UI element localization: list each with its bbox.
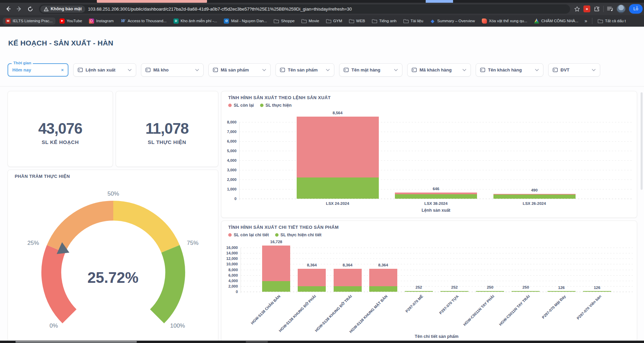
playlist-icon[interactable] xyxy=(607,6,613,12)
bar-segment-done[interactable] xyxy=(405,291,433,292)
y-axis-line xyxy=(239,122,240,200)
bar-segment-done[interactable] xyxy=(548,291,576,292)
all-bookmarks-button[interactable]: Tất cả dấu t xyxy=(595,18,629,24)
bar-segment-remaining[interactable] xyxy=(395,193,477,194)
bar-total-label: 8,564 xyxy=(321,111,355,115)
bar-segment-done[interactable] xyxy=(583,291,611,292)
download-manager-extension-icon[interactable]: » xyxy=(583,5,590,12)
bookmark-item-1[interactable]: YouTube xyxy=(57,17,85,25)
reload-icon[interactable] xyxy=(25,4,35,14)
kpi-value: 11,078 xyxy=(116,120,218,137)
chart-title: TÌNH HÌNH SẢN XUẤT CHI TIẾT THEO SẢN PHẨ… xyxy=(228,225,339,230)
gridline-0 xyxy=(239,199,633,199)
tab-strip xyxy=(0,0,644,3)
header-divider xyxy=(0,86,644,87)
bookmark-item-10[interactable]: Tiếng anh xyxy=(369,18,399,24)
bookmark-item-6[interactable]: Shoppe xyxy=(271,18,297,24)
bookmark-item-9[interactable]: WEB xyxy=(346,18,368,24)
bar-segment-done[interactable] xyxy=(440,291,468,292)
y-axis-tick-label: 2,000 xyxy=(221,284,238,288)
kpi-label: SL KẾ HOẠCH xyxy=(8,139,113,145)
bar-segment-done[interactable] xyxy=(395,194,477,199)
filter-label: Mã kho xyxy=(153,67,192,72)
y-axis-tick-label: 12,000 xyxy=(221,256,238,261)
filter-value: Hôm nay xyxy=(12,67,57,72)
bookmark-item-3[interactable]: WAccess to Thousand... xyxy=(118,17,169,25)
bookmarks-overflow-chevron-icon[interactable]: » xyxy=(582,18,589,24)
bookmark-star-icon[interactable] xyxy=(574,6,580,12)
extensions-puzzle-icon[interactable] xyxy=(594,6,600,12)
bookmark-item-0[interactable]: MIELTS Listening Prac... xyxy=(3,17,55,25)
filter-widget-5[interactable]: Tên mặt hàng xyxy=(339,63,402,77)
bar-segment-done[interactable] xyxy=(476,291,504,292)
legend-item-1: SL thực hiện xyxy=(260,103,292,108)
forward-icon[interactable] xyxy=(14,4,24,14)
security-chip[interactable]: Không bảo mật xyxy=(40,5,85,13)
filter-widget-8[interactable]: ĐVT xyxy=(548,63,600,77)
bar-segment-remaining[interactable] xyxy=(493,194,576,195)
bookmark-item-11[interactable]: Tài liệu xyxy=(401,18,426,24)
filter-widget-6[interactable]: Mã khách hàng xyxy=(407,63,471,77)
y-axis-line xyxy=(241,248,241,293)
dashboard-vertical-scrollbar[interactable] xyxy=(641,92,643,190)
bar-total-label: 252 xyxy=(402,285,436,289)
bar-segment-remaining[interactable] xyxy=(369,269,397,286)
bar-segment-done[interactable] xyxy=(298,286,326,292)
profile-avatar[interactable] xyxy=(617,4,626,13)
filter-widget-7[interactable]: Tên khách hàng xyxy=(476,63,543,77)
filter-widget-0[interactable]: Thời gianHôm nay× xyxy=(8,63,68,77)
folder-icon xyxy=(598,19,603,23)
bookmark-item-7[interactable]: Movie xyxy=(299,18,322,24)
filter-widget-3[interactable]: Mã sản phẩm xyxy=(208,63,271,77)
bar-segment-done[interactable] xyxy=(493,195,576,199)
bar-segment-done[interactable] xyxy=(369,286,397,292)
back-icon[interactable] xyxy=(3,4,13,14)
address-bar[interactable]: Không bảo mật 103.68.251.206:3001/public… xyxy=(39,4,570,14)
bar-total-label: 126 xyxy=(580,286,614,290)
bookmark-label: Tài liệu xyxy=(411,19,423,23)
kpi-value: 43,076 xyxy=(8,120,113,137)
y-axis-tick-label: 14,000 xyxy=(221,251,238,255)
bookmark-label: CHẤM CÔNG NHÀ... xyxy=(541,19,579,23)
filter-widget-4[interactable]: Tên sản phẩm xyxy=(275,63,334,77)
instagram-icon xyxy=(89,18,94,24)
filter-category-icon xyxy=(553,68,558,72)
bar-segment-done[interactable] xyxy=(262,281,290,292)
x-axis-category-label: LSX 26-2024 xyxy=(504,201,565,206)
filter-widget-2[interactable]: Mã kho xyxy=(141,63,204,77)
bookmark-item-2[interactable]: Instagram xyxy=(86,17,116,25)
bookmark-label: Summary – Overview xyxy=(437,19,475,23)
profile-chip[interactable]: Lỗ xyxy=(629,4,643,14)
bar-total-label: 252 xyxy=(437,285,472,289)
wiley-icon: W xyxy=(120,18,126,24)
bar-segment-done[interactable] xyxy=(334,286,362,292)
bar-segment-remaining[interactable] xyxy=(298,269,326,286)
bar-segment-done[interactable] xyxy=(297,177,379,199)
bookmark-item-4[interactable]: DKho ảnh miễn phí -... xyxy=(171,17,220,25)
bookmark-item-12[interactable]: ◆Summary – Overview xyxy=(427,17,478,25)
bar-segment-remaining[interactable] xyxy=(262,246,290,281)
url-text[interactable]: 103.68.251.206:3001/public/dashboard/c21… xyxy=(88,6,352,12)
horizontal-scrollbar-thumb2[interactable] xyxy=(246,341,268,343)
y-axis-tick-label: 6,000 xyxy=(221,139,236,143)
bar-segment-remaining[interactable] xyxy=(297,117,379,177)
horizontal-scrollbar[interactable] xyxy=(0,341,644,343)
bookmark-item-13[interactable]: Xóa vật thể xung qu... xyxy=(479,17,530,25)
bar-segment-remaining[interactable] xyxy=(334,269,362,286)
horizontal-scrollbar-thumb[interactable] xyxy=(15,341,137,343)
bookmark-item-8[interactable]: GYM xyxy=(323,18,345,24)
ielts-icon: M xyxy=(5,18,11,24)
bar-chart-card-theo-lenh-san-xuat: TÌNH HÌNH SẢN XUẤT THEO LỆNH SẢN XUẤTSL … xyxy=(221,91,637,218)
y-axis-tick-label: 0 xyxy=(221,197,236,201)
bookmark-item-14[interactable]: CHẤM CÔNG NHÀ... xyxy=(531,17,581,25)
legend-label: SL thực hiện chi tiết xyxy=(281,233,322,237)
chevron-down-icon xyxy=(535,69,539,71)
bookmark-label: GYM xyxy=(333,19,342,23)
kpi-card-sl-thuc-hien: 11,078 SL THỰC HIỆN xyxy=(116,91,218,167)
bar-segment-done[interactable] xyxy=(512,291,540,292)
bar-total-label: 8,364 xyxy=(295,263,329,267)
y-axis-tick-label: 0 xyxy=(221,290,238,294)
filter-clear-icon[interactable]: × xyxy=(61,67,64,72)
bookmark-item-5[interactable]: OMail - Nguyen Dan... xyxy=(221,17,270,25)
filter-widget-1[interactable]: Lệnh sản xuất xyxy=(73,63,136,77)
